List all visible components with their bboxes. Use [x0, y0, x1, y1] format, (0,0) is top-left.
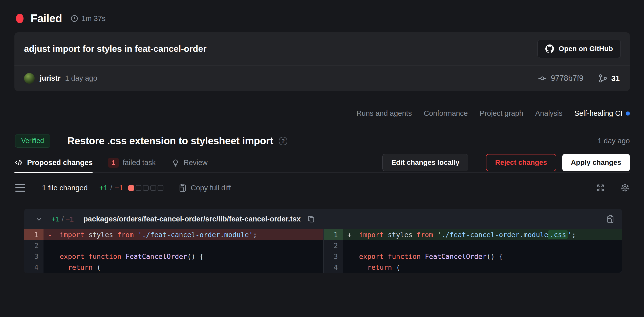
- verified-badge: Verified: [15, 134, 50, 148]
- tab-proposed-changes[interactable]: Proposed changes: [14, 153, 93, 172]
- additions-count: +1: [99, 184, 108, 192]
- nav-label: Analysis: [535, 109, 563, 118]
- chevron-down-icon[interactable]: [35, 216, 42, 223]
- reject-changes-button[interactable]: Reject changes: [486, 154, 556, 171]
- code-text: +import styles from './feat-cancel-order…: [343, 229, 622, 240]
- github-button-label: Open on GitHub: [559, 45, 613, 53]
- diff-line: 4 return (: [24, 262, 323, 273]
- diff-line: 1+import styles from './feat-cancel-orde…: [324, 229, 622, 240]
- code-text: [343, 240, 622, 251]
- code-text: [44, 240, 323, 251]
- fix-header: Verified Restore .css extension to style…: [15, 134, 630, 148]
- lightbulb-icon: [171, 159, 180, 167]
- workspace-nav: Runs and agents Conformance Project grap…: [0, 109, 630, 118]
- failed-count-badge: 1: [108, 158, 118, 168]
- stats-slash: /: [110, 184, 112, 192]
- line-number: 4: [24, 262, 44, 273]
- tab-failed-task[interactable]: 1 failed task: [108, 153, 156, 172]
- run-count-link[interactable]: 31: [598, 74, 620, 83]
- diff-split-view: 1-import styles from './feat-cancel-orde…: [24, 229, 622, 273]
- code-text: return (: [44, 262, 323, 273]
- tab-review[interactable]: Review: [171, 153, 208, 172]
- line-number: 3: [24, 251, 44, 262]
- diff-stat-square: [143, 185, 149, 191]
- line-number: 4: [324, 262, 343, 273]
- expand-icon[interactable]: [596, 183, 605, 192]
- file-stats-slash: /: [62, 215, 64, 223]
- github-icon: [545, 44, 554, 53]
- code-text: export function FeatCancelOrder() {: [44, 251, 323, 262]
- nav-label: Self-healing CI: [574, 109, 622, 118]
- edit-changes-locally-button[interactable]: Edit changes locally: [382, 154, 468, 171]
- copy-path-icon[interactable]: [307, 215, 315, 223]
- diff-stat-square: [150, 185, 156, 191]
- deletions-count: −1: [115, 184, 123, 192]
- diff-stat-square: [136, 185, 141, 191]
- code-text: return (: [343, 262, 622, 273]
- file-deletions: −1: [66, 215, 74, 223]
- nav-self-healing-ci[interactable]: Self-healing CI: [574, 109, 630, 118]
- duration-text: 1m 37s: [81, 14, 105, 23]
- active-nav-dot: [626, 111, 630, 116]
- diff-old-panel: 1-import styles from './feat-cancel-orde…: [24, 229, 323, 273]
- line-number: 2: [324, 240, 343, 251]
- fix-tab-bar: Proposed changes 1 failed task Review Ed…: [14, 153, 630, 173]
- diff-line: 3export function FeatCancelOrder() {: [324, 251, 622, 262]
- diff-line: 4 return (: [324, 262, 622, 273]
- diff-stat-square: [128, 185, 134, 191]
- nav-analysis[interactable]: Analysis: [535, 109, 563, 118]
- tab-label: Proposed changes: [27, 159, 93, 167]
- apply-changes-button[interactable]: Apply changes: [562, 154, 630, 171]
- file-path: packages/orders/feat-cancel-order/src/li…: [83, 215, 301, 223]
- file-list-menu-icon[interactable]: [15, 184, 25, 192]
- author-avatar: [24, 73, 35, 84]
- file-diff-stats: +1 / −1: [52, 215, 74, 223]
- status-failed-dot: [16, 14, 24, 23]
- diff-file-header: +1 / −1 packages/orders/feat-cancel-orde…: [24, 209, 622, 229]
- nav-project-graph[interactable]: Project graph: [480, 109, 523, 118]
- nav-label: Conformance: [424, 109, 468, 118]
- diff-line: 2: [324, 240, 622, 251]
- copy-file-diff-icon[interactable]: [606, 215, 614, 223]
- nav-runs-and-agents[interactable]: Runs and agents: [356, 109, 412, 118]
- tab-label: Review: [184, 159, 208, 167]
- line-number: 1: [24, 229, 44, 240]
- file-additions: +1: [52, 215, 60, 223]
- copy-full-diff-button[interactable]: Copy full diff: [178, 184, 231, 192]
- status-label: Failed: [31, 12, 62, 25]
- commit-card: adjust import for styles in feat-cancel-…: [14, 32, 630, 91]
- diff-file-card: +1 / −1 packages/orders/feat-cancel-orde…: [24, 209, 622, 273]
- diff-line: 2: [24, 240, 323, 251]
- commit-icon: [538, 74, 547, 83]
- diff-toolbar: 1 file changed +1 / −1 Copy full diff: [15, 183, 630, 193]
- files-changed-label: 1 file changed: [42, 184, 88, 192]
- diff-line: 3export function FeatCancelOrder() {: [24, 251, 323, 262]
- fix-title: Restore .css extension to stylesheet imp…: [67, 135, 273, 147]
- code-text: export function FeatCancelOrder() {: [343, 251, 622, 262]
- commit-sha-link[interactable]: 9778b7f9: [538, 74, 583, 83]
- run-count: 31: [611, 74, 620, 83]
- line-number: 3: [324, 251, 343, 262]
- gear-icon[interactable]: [620, 183, 630, 193]
- code-text: -import styles from './feat-cancel-order…: [44, 229, 323, 240]
- nav-label: Runs and agents: [356, 109, 412, 118]
- nav-label: Project graph: [480, 109, 523, 118]
- copy-full-diff-label: Copy full diff: [191, 184, 231, 192]
- fix-time-ago: 1 day ago: [598, 137, 630, 145]
- diff-stats: +1 / −1: [99, 184, 123, 192]
- open-on-github-button[interactable]: Open on GitHub: [538, 40, 621, 58]
- clock-icon: [71, 15, 78, 22]
- tab-label: failed task: [123, 159, 156, 167]
- line-number: 2: [24, 240, 44, 251]
- diff-stat-squares: [128, 185, 163, 191]
- commit-title: adjust import for styles in feat-cancel-…: [24, 44, 207, 54]
- nav-conformance[interactable]: Conformance: [424, 109, 468, 118]
- status-row: Failed 1m 37s: [0, 0, 644, 25]
- help-icon[interactable]: ?: [279, 137, 287, 145]
- authored-ago: 1 day ago: [65, 74, 97, 82]
- code-icon: [14, 158, 23, 167]
- actions-divider: [477, 155, 477, 170]
- run-duration: 1m 37s: [71, 14, 105, 23]
- line-number: 1: [324, 229, 343, 240]
- author-name: juristr: [40, 74, 60, 82]
